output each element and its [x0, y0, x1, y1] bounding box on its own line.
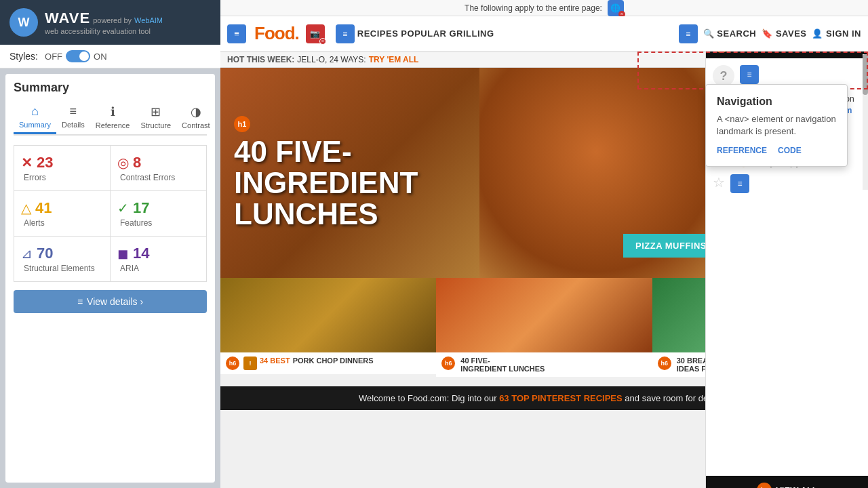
- signin-link[interactable]: 👤 SIGN IN: [812, 28, 861, 39]
- recipes-link[interactable]: RECIPES: [357, 28, 399, 39]
- tab-contrast-label: Contrast: [182, 121, 210, 129]
- nav-action-wave-icon[interactable]: ≡: [679, 24, 698, 43]
- site-content: ≡ Food. 📷 × ≡ RECIPES POPULAR GRILLING: [220, 16, 868, 488]
- stat-errors: ✕ 23 Errors: [14, 146, 110, 190]
- popular-link[interactable]: POPULAR: [401, 28, 446, 39]
- error-badge-pork: !: [243, 357, 257, 370]
- view-all-bar[interactable]: h6 VIEW ALL: [706, 476, 868, 488]
- nav-tabs: ⌂ Summary ≡ Details ℹ Reference ⊞ Struct…: [14, 102, 207, 136]
- tooltip-title: Navigation: [717, 96, 836, 108]
- view-details-button[interactable]: ≡ View details ›: [14, 290, 207, 313]
- stat-features: ✓ 17 Features: [111, 191, 206, 236]
- contrast-label: Contrast Errors: [120, 173, 175, 182]
- tooltip-reference-link[interactable]: REFERENCE: [717, 146, 767, 155]
- sidebar-scroll-thumb[interactable]: [863, 54, 868, 95]
- toggle-switch[interactable]: [66, 50, 90, 62]
- contrast-icon: ◑: [191, 104, 201, 119]
- tab-contrast[interactable]: ◑ Contrast: [176, 102, 216, 134]
- toggle-off-label: OFF: [45, 52, 62, 62]
- error-label: Errors: [24, 173, 46, 182]
- top-bar: The following apply to the entire page: …: [220, 0, 868, 16]
- star-row: ☆ ≡: [713, 174, 861, 193]
- card-num-pork: 34 BEST: [260, 357, 290, 365]
- webaim-link[interactable]: WebAIM: [134, 16, 163, 24]
- pizza-muffins-button[interactable]: PIZZA MUFFINS: [623, 234, 719, 258]
- h1-badge: h1: [234, 116, 250, 132]
- recipes-wave-icon[interactable]: ≡: [336, 24, 355, 43]
- styles-row: Styles: OFF ON: [0, 45, 220, 68]
- summary-title: Summary: [14, 81, 207, 95]
- view-details-label: View details ›: [87, 296, 143, 307]
- aria-icon: ◼: [117, 245, 129, 262]
- site-preview-panel: The following apply to the entire page: …: [220, 0, 868, 488]
- structure-icon: ⊞: [151, 104, 161, 119]
- tab-summary[interactable]: ⌂ Summary: [14, 102, 56, 134]
- stat-contrast: ◎ 8 Contrast Errors: [111, 146, 206, 190]
- tab-reference[interactable]: ℹ Reference: [90, 102, 136, 134]
- tab-structure[interactable]: ⊞ Structure: [135, 102, 176, 134]
- search-link[interactable]: 🔍 SEARCH: [703, 28, 757, 39]
- aria-label: ARIA: [120, 264, 139, 273]
- food-card-ingredient[interactable]: h6 40 FIVE-INGREDIENT LUNCHES: [436, 278, 652, 386]
- navigation-tooltip: Navigation A <nav> element or navigation…: [705, 84, 848, 167]
- top-bar-message: The following apply to the entire page:: [465, 3, 602, 13]
- summary-section: Summary ⌂ Summary ≡ Details ℹ Reference …: [5, 74, 215, 483]
- card-label-ingredient: h6 40 FIVE-INGREDIENT LUNCHES: [436, 352, 652, 377]
- wave-subtitle: web accessibility evaluation tool: [45, 27, 163, 35]
- grilling-link[interactable]: GRILLING: [449, 28, 494, 39]
- view-all-label: VIEW ALL: [776, 485, 818, 489]
- stat-aria: ◼ 14 ARIA: [111, 237, 206, 281]
- feature-count: 17: [133, 199, 149, 217]
- aria-count: 14: [133, 245, 149, 262]
- feature-label: Features: [120, 218, 152, 228]
- logo-error-badge: ×: [319, 38, 326, 45]
- star-list-icon[interactable]: ≡: [730, 174, 749, 193]
- saves-link[interactable]: 🔖 SAVES: [762, 28, 806, 39]
- tab-details-label: Details: [62, 121, 85, 129]
- tab-summary-label: Summary: [19, 121, 51, 129]
- stat-structural: ⊿ 70 Structural Elements: [14, 237, 110, 281]
- info-icon: ℹ: [111, 104, 115, 119]
- food-nav: ≡ Food. 📷 × ≡ RECIPES POPULAR GRILLING: [220, 16, 868, 52]
- tooltip-code-link[interactable]: CODE: [778, 146, 802, 155]
- hot-link[interactable]: TRY 'EM ALL: [369, 55, 419, 64]
- question-text: ?: [720, 69, 728, 83]
- tab-structure-label: Structure: [140, 121, 171, 129]
- wave-title: WAVE: [45, 9, 90, 27]
- food-logo: Food.: [254, 23, 299, 44]
- hot-label: HOT THIS WEEK:: [227, 55, 294, 64]
- wave-logo: W: [9, 8, 38, 37]
- h6-badge-breakfast: h6: [658, 357, 671, 370]
- contrast-icon: ◎: [117, 155, 129, 171]
- food-card-pork[interactable]: h6 ! 34 BEST PORK CHOP DINNERS: [220, 278, 436, 386]
- tab-details[interactable]: ≡ Details: [56, 102, 90, 134]
- list-icon: ≡: [70, 104, 77, 119]
- h6-badge-pork: h6: [226, 357, 239, 370]
- logo-error-icon[interactable]: 📷 ×: [306, 24, 325, 43]
- bottom-text: Welcome to Food.com: Dig into our: [359, 393, 497, 403]
- fresh-list-icon[interactable]: ≡: [740, 65, 759, 84]
- view-details-icon: ≡: [77, 296, 83, 307]
- feature-icon: ✓: [117, 200, 129, 216]
- global-wave-icon[interactable]: 🌐 ×: [608, 0, 624, 16]
- hero-title: 40 FIVE-INGREDIENTLUNCHES: [234, 136, 418, 230]
- tooltip-body: A <nav> element or navigation landmark i…: [717, 113, 836, 138]
- structural-icon: ⊿: [21, 245, 33, 262]
- powered-by-label: powered by: [93, 16, 132, 24]
- error-icon: ✕: [21, 155, 33, 171]
- alert-label: Alerts: [24, 218, 45, 228]
- wave-title-group: WAVE powered by WebAIM web accessibility…: [45, 9, 163, 35]
- nav-list-icon[interactable]: ≡: [227, 24, 246, 43]
- star-icon[interactable]: ☆: [713, 174, 725, 190]
- card-label-pork: h6 ! 34 BEST PORK CHOP DINNERS: [220, 352, 436, 374]
- wave-header: W WAVE powered by WebAIM web accessibili…: [0, 0, 220, 45]
- card-text-pork: PORK CHOP DINNERS: [293, 357, 374, 365]
- sidebar-scrollbar[interactable]: [863, 54, 868, 190]
- styles-label: Styles:: [9, 51, 38, 62]
- pinterest-link[interactable]: 63 TOP PINTEREST RECIPES: [499, 393, 623, 403]
- stats-grid: ✕ 23 Errors ◎ 8 Contrast Errors △ 41 Al: [14, 145, 207, 282]
- styles-toggle[interactable]: OFF ON: [45, 50, 107, 62]
- error-count: 23: [37, 154, 53, 171]
- structural-label: Structural Elements: [24, 264, 95, 273]
- wave-logo-text: W: [18, 16, 30, 30]
